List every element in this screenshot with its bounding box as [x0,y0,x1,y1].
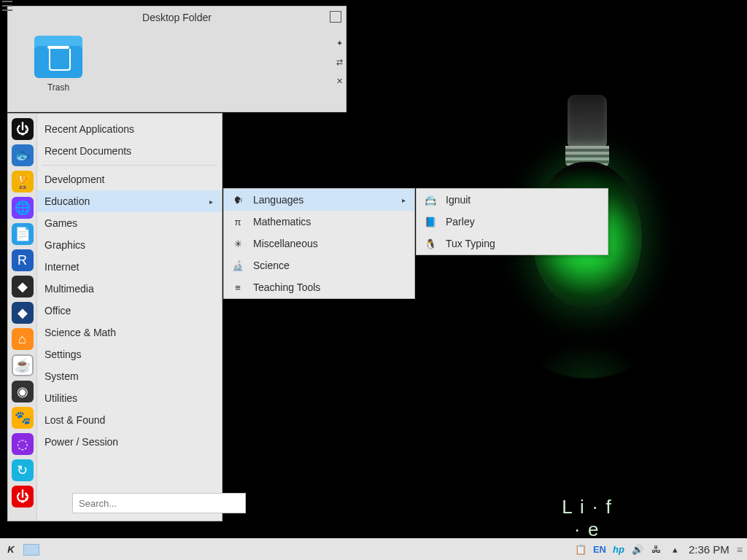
sliders-icon[interactable]: ⇄ [334,58,344,66]
favorite-0[interactable]: ⏻ [12,118,34,140]
favorite-4[interactable]: 📄 [12,223,34,245]
mathematics-icon: π [231,215,244,228]
desktop-item-trash[interactable]: Trash [34,36,82,93]
favorite-1[interactable]: 🐟 [12,144,34,166]
desktop-folder-widget[interactable]: Desktop Folder ✦ ⇄ ✕ Trash [7,6,347,112]
clipboard-icon[interactable]: 📋 [575,544,587,556]
submenu-languages[interactable]: 📇Ignuit📘Parley🐧Tux Typing [416,188,608,255]
miscellaneous-icon: ✳ [231,237,244,250]
favorite-12[interactable]: ◌ [12,433,34,455]
ignuit-icon: 📇 [424,193,437,206]
teaching-tools-icon: ≡ [231,281,244,294]
panel-options-icon[interactable]: ≡ [737,544,743,556]
menu-search-input[interactable] [72,493,246,513]
taskbar[interactable]: K 📋 EN hp 🔊 🖧 ▴ 2:36 PM ≡ [0,538,747,560]
edu-item-miscellaneous[interactable]: ✳Miscellaneous [224,233,414,254]
menu-category-graphics[interactable]: Graphics [37,234,222,256]
favorite-6[interactable]: ◆ [12,276,34,298]
hp-tray-icon[interactable]: hp [613,544,624,556]
wand-icon[interactable]: ✦ [334,39,344,47]
wallpaper-bulb: ⟲⟳ L i · f · e Linux for education [525,95,649,474]
lang-item-ignuit[interactable]: 📇Ignuit [417,189,608,211]
science-icon: 🔬 [231,259,244,272]
tux-typing-icon: 🐧 [424,237,437,250]
tray-expand-icon[interactable]: ▴ [670,544,681,556]
menu-category-science-math[interactable]: Science & Math [37,322,222,343]
kickoff-launcher-icon[interactable]: K [3,542,19,558]
system-tray: 📋 EN hp 🔊 🖧 ▴ 2:36 PM ≡ [575,543,747,556]
edu-item-mathematics[interactable]: πMathematics [224,211,414,233]
application-menu[interactable]: ⏻🐟🏆🌐📄R◆◆⌂☕◉🐾◌↻⏻ Recent Applications Rece… [7,113,222,521]
menu-category-settings[interactable]: Settings [37,343,222,365]
favorite-8[interactable]: ⌂ [12,328,34,350]
submenu-education[interactable]: 🗣Languages▸πMathematics✳Miscellaneous🔬Sc… [223,188,415,299]
close-icon[interactable]: ✕ [334,77,344,85]
keyboard-layout-indicator[interactable]: EN [594,544,605,556]
menu-category-utilities[interactable]: Utilities [37,387,222,409]
menu-category-development[interactable]: Development [37,168,222,190]
menu-category-system[interactable]: System [37,365,222,387]
menu-category-office[interactable]: Office [37,300,222,322]
favorite-5[interactable]: R [12,249,34,271]
lang-item-parley[interactable]: 📘Parley [417,211,608,233]
menu-category-lost-found[interactable]: Lost & Found [37,409,222,431]
clock[interactable]: 2:36 PM [689,543,729,556]
menu-recent-docs[interactable]: Recent Documents [37,140,222,162]
languages-icon: 🗣 [231,193,244,206]
menu-category-power-session[interactable]: Power / Session [37,431,222,453]
desktop-folder-toolbar: ✦ ⇄ ✕ [332,36,347,88]
favorite-11[interactable]: 🐾 [12,407,34,429]
desktop-folder-title: Desktop Folder [142,12,212,23]
menu-category-internet[interactable]: Internet [37,256,222,278]
menu-category-education[interactable]: Education▸ [37,190,222,212]
parley-icon: 📘 [424,215,437,228]
menu-category-list: Recent Applications Recent Documents Dev… [37,114,222,521]
menu-category-games[interactable]: Games [37,212,222,234]
favorites-strip: ⏻🐟🏆🌐📄R◆◆⌂☕◉🐾◌↻⏻ [8,114,37,521]
lang-item-tux-typing[interactable]: 🐧Tux Typing [417,233,608,254]
favorite-9[interactable]: ☕ [12,354,34,376]
edu-item-science[interactable]: 🔬Science [224,254,414,276]
trash-label: Trash [47,82,69,93]
edu-item-languages[interactable]: 🗣Languages▸ [224,189,414,211]
menu-recent-apps[interactable]: Recent Applications [37,118,222,140]
favorite-10[interactable]: ◉ [12,381,34,402]
favorite-2[interactable]: 🏆 [12,171,34,192]
pager[interactable] [23,544,39,556]
favorite-3[interactable]: 🌐 [12,197,34,219]
maximize-icon[interactable] [330,11,341,23]
favorite-14[interactable]: ⏻ [12,486,34,508]
volume-icon[interactable]: 🔊 [632,544,643,556]
trash-icon [34,36,82,78]
favorite-13[interactable]: ↻ [12,459,34,481]
menu-category-multimedia[interactable]: Multimedia [37,278,222,300]
edu-item-teaching-tools[interactable]: ≡Teaching Tools [224,276,414,298]
favorite-7[interactable]: ◆ [12,302,34,324]
network-icon[interactable]: 🖧 [651,544,662,556]
